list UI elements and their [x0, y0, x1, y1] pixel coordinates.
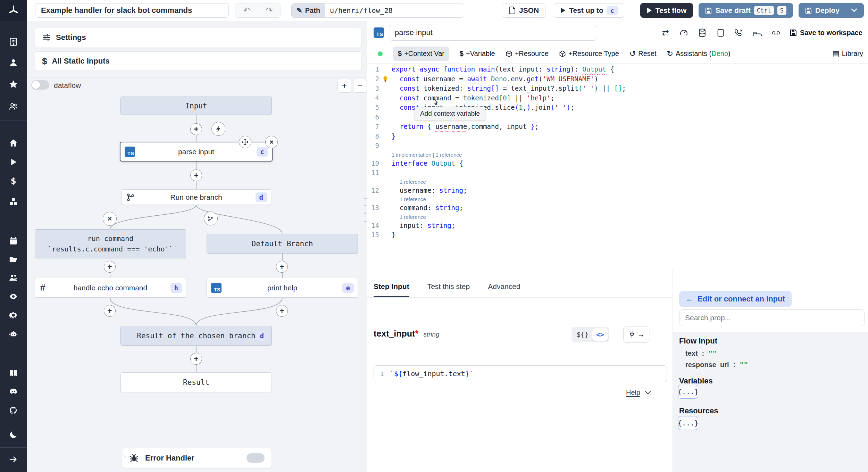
json-button[interactable]: JSON [503, 3, 545, 18]
save-draft-button[interactable]: Save draft Ctrl S [699, 3, 793, 18]
code-line[interactable]: 2 const username = await Deno.env.get('W… [367, 74, 868, 84]
code-line[interactable]: 1export async function main(text_input: … [367, 65, 868, 74]
flow-node-print-help[interactable]: TS print help e [207, 278, 358, 298]
move-step-button[interactable] [239, 136, 251, 148]
groups-icon[interactable] [6, 99, 20, 113]
save-to-workspace-button[interactable]: Save to workspace [790, 29, 862, 37]
workers-icon[interactable] [6, 271, 20, 284]
prop-row-text[interactable]: text:"" [685, 349, 717, 357]
windmill-logo[interactable] [0, 0, 27, 21]
expand-sidebar-icon[interactable] [6, 452, 20, 466]
add-step-button[interactable]: + [104, 261, 116, 273]
test-flow-button[interactable]: Test flow [640, 3, 693, 18]
docs-icon[interactable] [6, 366, 20, 380]
help-link[interactable]: Help [626, 389, 651, 397]
flow-settings-button[interactable]: Settings [35, 28, 362, 47]
step-name-input[interactable] [389, 25, 597, 41]
library-button[interactable]: ▤ Library [832, 49, 863, 58]
audit-logs-icon[interactable] [6, 289, 20, 303]
schedules-icon[interactable] [6, 234, 20, 248]
flow-node-handle-echo-command[interactable]: # handle echo command h [35, 278, 186, 298]
undo-button[interactable]: ↶ [235, 3, 258, 17]
error-handler-toggle[interactable] [247, 453, 265, 463]
search-prop-input[interactable] [679, 309, 865, 326]
prop-row-response-url[interactable]: response_url:"" [685, 361, 748, 369]
add-step-button[interactable]: + [190, 353, 202, 365]
code-line[interactable]: 12 username: string; [367, 186, 868, 196]
all-static-inputs-button[interactable]: $ All Static Inputs [35, 51, 362, 71]
remove-branch-button[interactable]: × [103, 212, 117, 226]
code-editor[interactable]: 1export async function main(text_input: … [367, 64, 868, 240]
chevron-down-icon[interactable] [851, 8, 857, 13]
code-line[interactable]: 7 return { username,command, input }; [367, 122, 868, 132]
add-step-button[interactable]: + [276, 261, 288, 273]
code-line[interactable]: 9 [367, 141, 868, 151]
variables-icon[interactable]: $ [6, 174, 20, 188]
add-variable-button[interactable]: $ +Variable [460, 50, 495, 58]
test-up-to-button[interactable]: Test up to c [554, 3, 624, 18]
dataflow-toggle[interactable] [31, 80, 49, 90]
flow-node-result[interactable]: Result [120, 372, 272, 392]
codelens[interactable]: 1 reference [367, 195, 868, 203]
template-mode-button[interactable]: ${} [573, 328, 592, 341]
code-line[interactable]: 10interface Output { [367, 159, 868, 168]
flow-node-default-branch[interactable]: Default Branch [207, 234, 358, 254]
add-context-var-button[interactable]: $ +Context Var [393, 47, 449, 61]
add-step-button[interactable]: + [190, 123, 202, 135]
dark-mode-icon[interactable] [6, 428, 20, 441]
runs-icon[interactable] [6, 155, 20, 169]
add-resource-type-button[interactable]: +Resource Type [559, 50, 619, 58]
home-icon[interactable] [6, 136, 20, 150]
flow-node-input[interactable]: Input [120, 97, 272, 115]
resources-object-button[interactable]: {...} [678, 416, 698, 430]
assistants-button[interactable]: ↻ Assistants (Deno) [667, 49, 730, 58]
flow-node-branch-result[interactable]: Result of the chosen branch d [120, 326, 272, 346]
tab-advanced[interactable]: Advanced [488, 282, 520, 297]
deploy-button[interactable]: Deploy [799, 3, 864, 18]
codelens[interactable]: 1 reference [367, 213, 868, 221]
reset-button[interactable]: ↺ Reset [629, 49, 657, 58]
user-icon[interactable] [6, 56, 20, 69]
gauge-icon[interactable] [679, 28, 688, 37]
add-step-button[interactable]: + [190, 169, 202, 181]
concurrency-icon[interactable] [716, 28, 725, 37]
ai-icon[interactable] [6, 327, 20, 341]
favorites-icon[interactable] [6, 77, 20, 91]
flow-title-input[interactable] [35, 3, 229, 18]
add-step-button[interactable]: + [104, 305, 116, 317]
variables-object-button[interactable]: {...} [678, 385, 698, 399]
zoom-out-button[interactable]: − [353, 79, 367, 93]
code-line[interactable]: 8} [367, 132, 868, 141]
codelens[interactable]: 1 reference [367, 178, 868, 186]
path-input[interactable] [325, 6, 464, 15]
code-mode-button[interactable]: <> [592, 328, 608, 341]
cache-icon[interactable] [698, 28, 707, 37]
folders-icon[interactable] [6, 252, 20, 266]
expression-editor[interactable]: 1 `${flow_input.text}` [374, 365, 667, 382]
codelens[interactable]: 1 implementation | 1 reference [367, 151, 868, 159]
flow-node-run-one-branch[interactable]: Run one branch d [121, 189, 271, 205]
discord-icon[interactable] [6, 384, 20, 398]
sleep-icon[interactable] [753, 28, 762, 37]
code-line[interactable]: 11 [367, 168, 868, 178]
code-line[interactable]: 3 const tokenized: string[] = text_input… [367, 84, 868, 93]
tab-step-input[interactable]: Step Input [374, 282, 409, 297]
zoom-in-button[interactable]: + [337, 79, 351, 93]
flow-node-run-command-branch[interactable]: run command `results.c.command === 'echo… [35, 229, 186, 258]
delete-step-button[interactable]: × [265, 136, 278, 148]
workspace-icon[interactable] [6, 35, 20, 49]
resources-icon[interactable] [6, 194, 20, 208]
trigger-bolt-button[interactable] [211, 122, 225, 136]
retry-icon[interactable]: ⇄ [661, 28, 670, 37]
error-handler-card[interactable]: Error Handler [122, 448, 272, 468]
settings-icon[interactable] [6, 308, 20, 322]
code-line[interactable]: 15} [367, 230, 868, 240]
early-stop-icon[interactable] [735, 28, 744, 37]
add-resource-button[interactable]: +Resource [506, 50, 549, 58]
github-icon[interactable] [6, 403, 20, 417]
add-step-button[interactable]: + [276, 305, 288, 317]
redo-button[interactable]: ↷ [258, 3, 281, 17]
edit-or-connect-button[interactable]: ← Edit or connect an input [679, 291, 792, 307]
code-line[interactable]: 14 input: string; [367, 221, 868, 231]
connect-input-button[interactable]: → [623, 326, 650, 343]
